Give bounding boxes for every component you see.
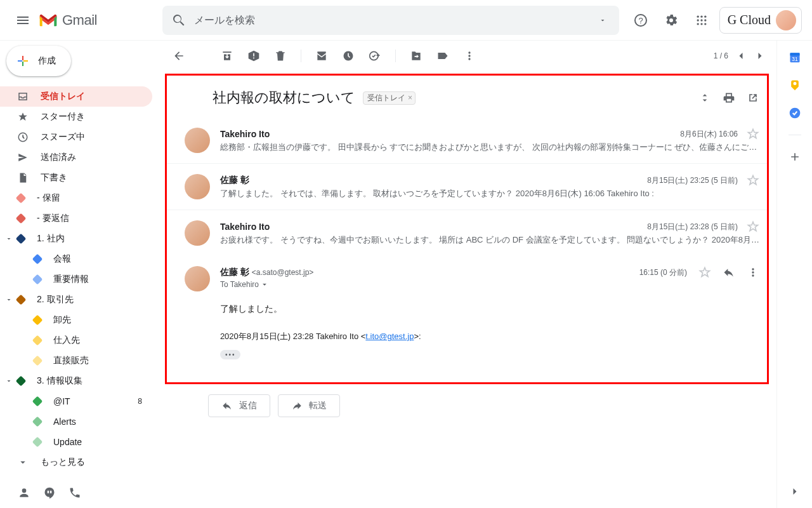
svg-point-17 <box>752 268 754 270</box>
spam-button[interactable] <box>247 50 260 62</box>
sender-avatar <box>185 220 210 246</box>
calendar-icon[interactable]: 31 <box>789 51 801 64</box>
label-button[interactable] <box>436 50 449 62</box>
message-collapsed-2[interactable]: Takehiro Ito 8月15日(土) 23:28 (5 日前) お疲れ様で… <box>167 210 767 256</box>
svg-point-18 <box>752 271 754 273</box>
main-menu-button[interactable] <box>10 8 36 33</box>
sidebar-subfolder-1-2[interactable]: 直接販売 <box>0 351 152 371</box>
message-date: 8月15日(土) 23:25 (5 日前) <box>647 175 738 186</box>
more-vert-icon <box>463 50 476 62</box>
sidebar-folder-0[interactable]: 1. 社内 <box>0 229 152 249</box>
inbox-icon <box>16 90 29 103</box>
mark-unread-button[interactable] <box>315 50 328 62</box>
sidebar-subfolder-2-2[interactable]: Update <box>0 432 152 452</box>
svg-rect-21 <box>790 53 799 55</box>
show-trimmed-button[interactable]: ••• <box>220 350 241 359</box>
phone-icon[interactable] <box>69 486 81 499</box>
next-button[interactable] <box>754 50 766 62</box>
expand-all-icon[interactable] <box>698 91 711 104</box>
star-icon[interactable] <box>698 266 711 279</box>
print-icon[interactable] <box>723 91 735 104</box>
delete-button[interactable] <box>274 50 287 62</box>
sidebar-folder-1[interactable]: 2. 取引先 <box>0 290 152 310</box>
sidebar-subfolder-2-0[interactable]: @IT 8 <box>0 391 152 411</box>
svg-point-19 <box>752 274 754 276</box>
collapse-panel-button[interactable] <box>789 485 801 498</box>
apps-button[interactable] <box>689 8 714 33</box>
sidebar-subfolder-0-1[interactable]: 重要情報 <box>0 269 152 290</box>
sidebar-subfolder-1-1[interactable]: 仕入先 <box>0 330 152 351</box>
chevron-right-icon <box>754 50 766 62</box>
sidebar-footer <box>0 478 162 508</box>
label-dot-icon <box>32 315 43 326</box>
message-snippet: 了解しました。 それでは、準備します。 取材はいつごろを予定していますか？ 20… <box>220 188 759 199</box>
subfolder-label: @IT <box>53 396 70 406</box>
compose-label: 作成 <box>38 55 56 67</box>
sidebar-item-5[interactable]: - 保留 <box>0 188 152 208</box>
sidebar-item-1[interactable]: スター付き <box>0 107 152 127</box>
quoted-email-link[interactable]: t.ito@gtest.jp <box>365 331 414 341</box>
star-icon[interactable] <box>747 220 759 233</box>
compose-button[interactable]: 作成 <box>6 46 71 76</box>
add-addon-icon[interactable] <box>789 150 801 163</box>
open-new-window-icon[interactable] <box>747 91 759 104</box>
label-dot-icon <box>16 213 27 224</box>
side-panel: 31 <box>776 41 812 508</box>
chevron-down-icon <box>5 235 13 243</box>
sidebar-more-button[interactable]: もっと見る <box>0 452 152 472</box>
svg-point-5 <box>697 19 698 21</box>
person-icon[interactable] <box>18 486 30 499</box>
sender-avatar[interactable] <box>185 266 210 291</box>
sidebar-item-2[interactable]: スヌーズ中 <box>0 127 152 147</box>
hangouts-icon[interactable] <box>43 486 56 499</box>
star-icon[interactable] <box>747 174 759 187</box>
plus-icon <box>15 53 30 69</box>
workspace-account-button[interactable]: G Cloud <box>719 7 802 34</box>
label-dot-icon <box>32 396 43 407</box>
star-icon[interactable] <box>747 128 759 140</box>
search-input[interactable] <box>194 15 595 26</box>
support-button[interactable]: ? <box>628 8 653 33</box>
message-collapsed-1[interactable]: 佐藤 彰 8月15日(土) 23:25 (5 日前) 了解しました。 それでは、… <box>167 164 767 210</box>
sidebar-subfolder-2-1[interactable]: Alerts <box>0 411 152 432</box>
tasks-icon[interactable] <box>789 107 801 119</box>
folder-move-icon <box>410 50 422 62</box>
dropdown-icon <box>599 17 606 24</box>
svg-point-16 <box>468 58 470 60</box>
message-collapsed-0[interactable]: Takehiro Ito 8月6日(木) 16:06 総務部・広報担当の伊藤です… <box>167 117 767 164</box>
sidebar-item-0[interactable]: 受信トレイ <box>0 86 152 107</box>
sidebar-subfolder-1-0[interactable]: 卸先 <box>0 310 152 330</box>
gmail-logo[interactable]: Gmail <box>38 8 97 33</box>
recipient-line[interactable]: To Takehiro <box>220 280 759 289</box>
snooze-button[interactable] <box>342 50 355 62</box>
message-snippet: 総務部・広報担当の伊藤です。 田中課長から すでにお聞きおよびかと思いますが、 … <box>220 142 759 153</box>
search-box[interactable] <box>162 6 619 35</box>
sidebar-item-3[interactable]: 送信済み <box>0 147 152 168</box>
more-vert-icon[interactable] <box>747 266 759 279</box>
star-icon <box>16 110 29 123</box>
move-button[interactable] <box>410 50 422 62</box>
more-button[interactable] <box>463 50 476 62</box>
reply-icon[interactable] <box>723 266 735 279</box>
add-task-button[interactable] <box>369 50 381 62</box>
forward-button[interactable]: 転送 <box>278 394 340 417</box>
label-dot-icon <box>32 274 43 285</box>
remove-label-icon[interactable]: × <box>408 93 412 102</box>
prev-button[interactable] <box>735 50 747 62</box>
search-options-button[interactable] <box>595 13 610 28</box>
sidebar-folder-2[interactable]: 3. 情報収集 <box>0 371 152 391</box>
settings-button[interactable] <box>658 8 684 33</box>
reply-button[interactable]: 返信 <box>208 394 270 417</box>
gmail-logo-icon <box>38 13 58 28</box>
sidebar-subfolder-0-0[interactable]: 会報 <box>0 249 152 269</box>
sender-name: 佐藤 彰 <box>220 267 249 278</box>
sidebar-item-4[interactable]: 下書き <box>0 168 152 188</box>
svg-text:?: ? <box>638 16 643 25</box>
sender-name: Takehiro Ito <box>220 129 270 139</box>
sidebar-item-6[interactable]: - 要返信 <box>0 208 152 229</box>
archive-button[interactable] <box>221 50 233 62</box>
back-button[interactable] <box>173 50 185 62</box>
thread-label-chip[interactable]: 受信トレイ × <box>363 91 416 105</box>
message-date: 8月6日(木) 16:06 <box>680 129 738 140</box>
keep-icon[interactable] <box>789 79 801 91</box>
